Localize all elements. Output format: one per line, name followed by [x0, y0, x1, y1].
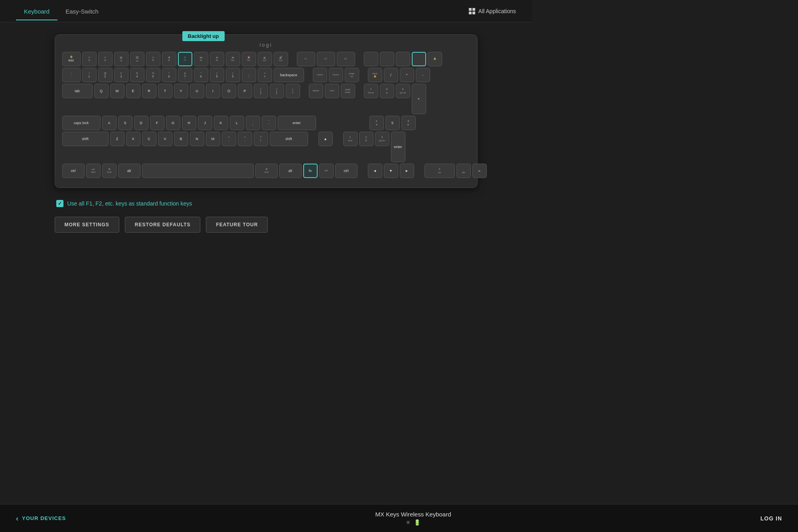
key-b[interactable]: B: [174, 132, 188, 146]
more-settings-button[interactable]: MORE SETTINGS: [55, 217, 119, 233]
key-f4[interactable]: ⊟ f4: [130, 52, 144, 66]
key-backslash[interactable]: | \: [286, 84, 300, 98]
key-top-r2[interactable]: [380, 52, 394, 66]
key-i[interactable]: I: [206, 84, 220, 98]
key-l[interactable]: L: [230, 116, 244, 130]
key-cmd[interactable]: ⌘ cmd: [102, 164, 117, 178]
key-rctrl[interactable]: ctrl: [335, 164, 358, 178]
key-esc[interactable]: 🔒 esc: [62, 52, 81, 66]
key-equals[interactable]: + =: [258, 68, 272, 82]
key-w[interactable]: W: [110, 84, 124, 98]
feature-tour-button[interactable]: FEATURE TOUR: [206, 217, 268, 233]
numpad-equals[interactable]: =: [472, 164, 487, 178]
key-alt2[interactable]: alt: [279, 164, 302, 178]
key-f7-backlight-up[interactable]: ☀ f7: [178, 52, 192, 66]
restore-defaults-button[interactable]: RESTORE DEFAULTS: [125, 217, 201, 233]
key-top-lock[interactable]: 🔒: [428, 52, 442, 66]
key-3[interactable]: # 3: [114, 68, 128, 82]
key-f1[interactable]: ☀ f1: [82, 52, 97, 66]
key-alt-r[interactable]: ⌘ cmd: [255, 164, 278, 178]
key-alt[interactable]: alt: [118, 164, 140, 178]
key-f10[interactable]: ⏭ f10: [226, 52, 240, 66]
key-period[interactable]: > .: [238, 132, 252, 146]
key-a[interactable]: A: [102, 116, 117, 130]
key-n[interactable]: N: [190, 132, 204, 146]
key-insert[interactable]: insert: [313, 68, 327, 82]
key-q[interactable]: Q: [94, 84, 109, 98]
key-arrow-up[interactable]: ▲: [318, 132, 333, 146]
numpad-2[interactable]: 2 ▼: [359, 132, 373, 146]
key-fn[interactable]: fn: [303, 164, 318, 178]
key-lctrl[interactable]: ctrl: [62, 164, 85, 178]
key-j[interactable]: J: [198, 116, 212, 130]
key-x[interactable]: X: [126, 132, 140, 146]
key-semicolon[interactable]: : ;: [246, 116, 260, 130]
key-top-r1[interactable]: [364, 52, 378, 66]
key-delete[interactable]: delete: [309, 84, 323, 98]
key-rshift[interactable]: shift: [270, 132, 308, 146]
key-h[interactable]: H: [182, 116, 196, 130]
key-t[interactable]: T: [158, 84, 172, 98]
key-r[interactable]: R: [142, 84, 156, 98]
key-8[interactable]: * 8: [194, 68, 208, 82]
key-slash[interactable]: ? /: [254, 132, 268, 146]
key-m[interactable]: M: [206, 132, 220, 146]
key-f12[interactable]: 🔉 f12: [258, 52, 272, 66]
numpad-minus[interactable]: -: [416, 68, 430, 82]
numpad-enter[interactable]: enter: [391, 132, 405, 162]
key-top-r3[interactable]: [396, 52, 410, 66]
key-9[interactable]: ( 9: [210, 68, 224, 82]
key-minus[interactable]: _ -: [242, 68, 256, 82]
key-p[interactable]: P: [238, 84, 252, 98]
numpad-1[interactable]: 1 end: [343, 132, 358, 146]
tab-easyswitch[interactable]: Easy-Switch: [57, 2, 107, 20]
numpad-0[interactable]: 0 ins: [425, 164, 455, 178]
numpad-6[interactable]: 6 ►: [401, 116, 416, 130]
key-home[interactable]: home: [329, 68, 343, 82]
key-f2[interactable]: ☀ f2: [98, 52, 113, 66]
key-capslock[interactable]: caps lock: [62, 116, 101, 130]
key-backtick[interactable]: ~ `: [62, 68, 81, 82]
key-arrow-down[interactable]: ▼: [384, 164, 398, 178]
key-f[interactable]: F: [150, 116, 164, 130]
key-f8[interactable]: ⏮ f8: [194, 52, 208, 66]
key-c[interactable]: C: [142, 132, 156, 146]
numpad-8[interactable]: 8 ▲: [380, 84, 394, 98]
key-7[interactable]: & 7: [178, 68, 192, 82]
key-arrow-right[interactable]: ►: [400, 164, 414, 178]
key-easyswitch-3[interactable]: 3□: [337, 52, 355, 66]
numpad-clear[interactable]: clear 🔒: [368, 68, 382, 82]
key-4[interactable]: $ 4: [130, 68, 144, 82]
key-f3[interactable]: ⊞ f3: [114, 52, 128, 66]
key-end[interactable]: end: [325, 84, 339, 98]
key-pageup[interactable]: page up: [345, 68, 359, 82]
numpad-star[interactable]: *: [400, 68, 414, 82]
key-lbracket[interactable]: { [: [254, 84, 268, 98]
key-arrow-left[interactable]: ◄: [368, 164, 382, 178]
key-z[interactable]: Z: [110, 132, 124, 146]
numpad-5[interactable]: 5: [385, 116, 400, 130]
numpad-3[interactable]: 3 pg dn: [375, 132, 389, 146]
key-u[interactable]: U: [190, 84, 204, 98]
key-v[interactable]: V: [158, 132, 172, 146]
key-rbracket[interactable]: } ]: [270, 84, 284, 98]
key-g[interactable]: G: [166, 116, 180, 130]
key-f6[interactable]: 🖥 f6: [162, 52, 176, 66]
key-6[interactable]: ^ 6: [162, 68, 176, 82]
numpad-slash[interactable]: /: [384, 68, 398, 82]
numpad-dot[interactable]: . del: [456, 164, 471, 178]
key-k[interactable]: K: [214, 116, 228, 130]
numpad-plus[interactable]: +: [412, 84, 426, 114]
key-d[interactable]: D: [134, 116, 148, 130]
key-top-r4[interactable]: [412, 52, 426, 66]
key-2[interactable]: @ 2: [98, 68, 113, 82]
key-easyswitch-2[interactable]: 2□: [317, 52, 335, 66]
key-pagedown[interactable]: page down: [341, 84, 355, 98]
all-applications-button[interactable]: All Applications: [469, 8, 516, 14]
numpad-9[interactable]: 9 pg up: [396, 84, 410, 98]
key-f5[interactable]: ⎙ f5: [146, 52, 160, 66]
key-easyswitch-1[interactable]: 1□: [297, 52, 315, 66]
key-f13[interactable]: 🔊 f13: [274, 52, 288, 66]
key-0[interactable]: ) 0: [226, 68, 240, 82]
key-f11[interactable]: 🔇 f11: [242, 52, 256, 66]
